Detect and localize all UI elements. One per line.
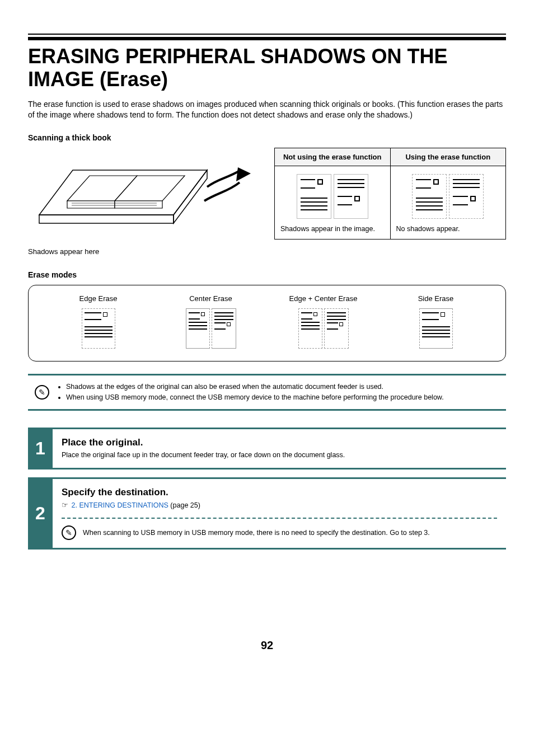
step-note-text: When scanning to USB memory in USB memor… bbox=[83, 529, 430, 537]
page-number: 92 bbox=[28, 639, 506, 652]
step-page-ref: (page 25) bbox=[168, 501, 200, 509]
pointer-icon: ☞ bbox=[62, 501, 68, 509]
step-title: Place the original. bbox=[62, 437, 497, 448]
step-title: Specify the destination. bbox=[62, 487, 497, 498]
step-text: Place the original face up in the docume… bbox=[62, 450, 497, 461]
compare-using-head: Using the erase function bbox=[391, 148, 506, 166]
step-number: 2 bbox=[28, 479, 53, 548]
mini-page bbox=[334, 174, 368, 219]
mini-page bbox=[412, 174, 447, 219]
note-block: ✎ Shadows at the edges of the original c… bbox=[28, 374, 506, 411]
step-inner-note: ✎ When scanning to USB memory in USB mem… bbox=[62, 525, 497, 540]
compare-not-using-caption: Shadows appear in the image. bbox=[280, 224, 375, 233]
step-link-row: ☞ 2. ENTERING DESTINATIONS (page 25) bbox=[62, 500, 497, 511]
step-2: 2 Specify the destination. ☞ 2. ENTERING… bbox=[28, 477, 506, 550]
note-item: When using USB memory mode, connect the … bbox=[66, 393, 444, 402]
title-rule bbox=[28, 34, 506, 40]
scanning-row: Shadows appear here Not using the erase … bbox=[28, 148, 506, 256]
page-title: ERASING PERIPHERAL SHADOWS ON THE IMAGE … bbox=[28, 45, 506, 91]
note-item: Shadows at the edges of the original can… bbox=[66, 382, 444, 392]
book-illustration-container: Shadows appear here bbox=[28, 148, 252, 256]
mini-page bbox=[449, 174, 484, 219]
book-drawing bbox=[28, 148, 252, 243]
compare-table: Not using the erase function bbox=[274, 148, 506, 256]
mode-center: Center Erase bbox=[154, 294, 267, 349]
erase-modes-subhead: Erase modes bbox=[28, 270, 506, 279]
svg-marker-1 bbox=[39, 215, 174, 223]
erase-modes-box: Edge Erase Center Erase Edge bbox=[28, 285, 506, 361]
mini-pages-shadow bbox=[297, 174, 368, 219]
compare-using-caption: No shadows appear. bbox=[396, 224, 460, 233]
mini-page bbox=[297, 174, 331, 219]
entering-destinations-link[interactable]: 2. ENTERING DESTINATIONS bbox=[71, 501, 168, 509]
step-number: 1 bbox=[28, 429, 53, 468]
mini-pages-no-shadow bbox=[412, 174, 484, 219]
compare-not-using-head: Not using the erase function bbox=[275, 148, 390, 166]
scanning-subhead: Scanning a thick book bbox=[28, 133, 506, 142]
pencil-icon: ✎ bbox=[35, 385, 49, 400]
mode-label: Side Erase bbox=[418, 294, 454, 303]
pencil-icon: ✎ bbox=[62, 525, 76, 540]
intro-paragraph: The erase function is used to erase shad… bbox=[28, 99, 506, 121]
mode-side: Side Erase bbox=[380, 294, 492, 349]
shadows-caption: Shadows appear here bbox=[28, 247, 252, 256]
compare-not-using: Not using the erase function bbox=[275, 148, 391, 239]
step-separator bbox=[62, 518, 497, 519]
compare-using: Using the erase function bbox=[391, 148, 506, 239]
mode-edge-center: Edge + Center Erase bbox=[267, 294, 380, 349]
svg-marker-9 bbox=[236, 167, 251, 181]
mode-edge: Edge Erase bbox=[42, 294, 154, 349]
step-1: 1 Place the original. Place the original… bbox=[28, 428, 506, 470]
svg-marker-6 bbox=[115, 201, 162, 208]
mode-label: Edge + Center Erase bbox=[289, 294, 358, 303]
svg-marker-5 bbox=[67, 201, 115, 208]
mode-label: Edge Erase bbox=[79, 294, 118, 303]
mode-label: Center Erase bbox=[189, 294, 232, 303]
